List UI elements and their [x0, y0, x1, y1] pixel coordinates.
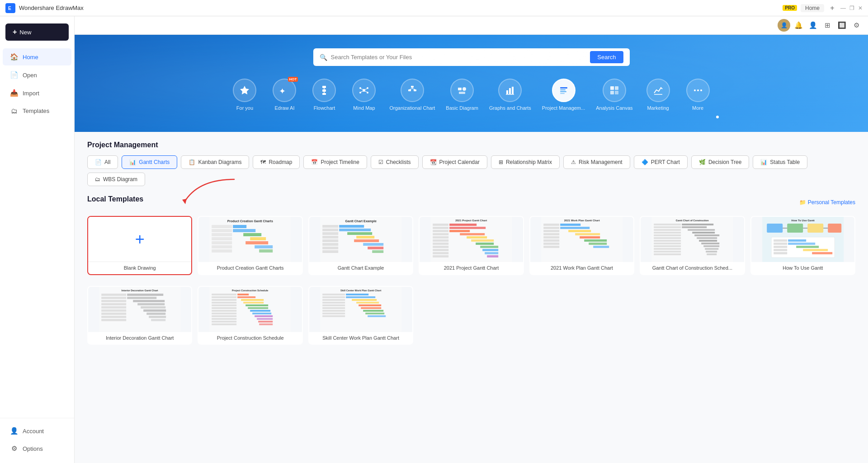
filter-checklists[interactable]: ☑ Checklists [371, 155, 419, 169]
svg-rect-149 [807, 224, 823, 233]
svg-rect-137 [654, 245, 681, 247]
filter-kanban-label: Kanban Diagrams [198, 159, 241, 165]
for-you-icon [233, 79, 256, 102]
sidebar-item-templates[interactable]: 🗂 Templates [3, 103, 71, 119]
svg-rect-208 [259, 321, 273, 323]
notification-button[interactable]: 🔔 [792, 19, 805, 32]
filter-wbs[interactable]: 🗂 WBS Diagram [87, 173, 145, 186]
category-marketing[interactable]: Marketing [640, 77, 676, 113]
filter-roadmap[interactable]: 🗺 Roadmap [253, 155, 300, 169]
user-avatar[interactable]: 👤 [778, 19, 790, 32]
category-mind-map[interactable]: Mind Map [346, 77, 382, 113]
filter-all-icon: 📄 [95, 159, 102, 165]
svg-rect-225 [322, 310, 345, 312]
construction-schedule-thumb: Project Construction Schedule [198, 287, 302, 332]
account-settings-button[interactable]: 👤 [807, 19, 819, 32]
svg-rect-126 [688, 229, 715, 231]
svg-rect-100 [487, 255, 498, 257]
filter-risk[interactable]: ⚠ Risk Management [563, 155, 630, 169]
share-button[interactable]: 🔲 [835, 19, 848, 32]
filter-status-table[interactable]: 📊 Status Table [753, 155, 807, 169]
add-tab-button[interactable]: + [828, 4, 837, 13]
sidebar-item-options[interactable]: ⚙ Options [3, 440, 71, 457]
minimize-button[interactable]: — [840, 5, 846, 11]
graphs-icon [498, 79, 522, 102]
how-to-gantt-thumb: How To Use Gantt [751, 217, 854, 262]
edraw-ai-icon-wrapper: ✦ HOT [273, 79, 296, 102]
filter-pert[interactable]: 🔷 PERT Chart [634, 155, 688, 169]
filter-gantt[interactable]: 📊 Gantt Charts [122, 155, 177, 169]
flowchart-label: Flowchart [314, 105, 335, 111]
svg-rect-25 [459, 92, 465, 94]
template-blank[interactable]: + Blank Drawing [87, 216, 192, 275]
filter-kanban[interactable]: 📋 Kanban Diagrams [181, 155, 249, 169]
personal-templates-link[interactable]: 📁 Personal Templates [799, 199, 855, 206]
how-to-gantt-label: How To Use Gantt [751, 262, 854, 274]
close-button[interactable]: ✕ [858, 5, 863, 11]
svg-rect-118 [593, 246, 609, 248]
svg-rect-184 [151, 319, 165, 321]
maximize-button[interactable]: ❐ [849, 5, 854, 11]
svg-rect-31 [560, 89, 566, 90]
category-basic-diagram[interactable]: Basic Diagram [442, 77, 482, 113]
svg-rect-84 [449, 230, 470, 232]
category-flowchart[interactable]: Flowchart [306, 77, 342, 113]
new-button[interactable]: + New [5, 23, 69, 41]
template-skill-center[interactable]: Skill Center Work Plan Gantt Chart [308, 286, 413, 345]
search-button[interactable]: Search [590, 51, 623, 63]
svg-rect-159 [774, 246, 787, 248]
template-construction-schedule[interactable]: Project Construction Schedule [198, 286, 302, 345]
template-construction-gantt[interactable]: Gantt Chart of Construction [640, 216, 745, 275]
construction-gantt-label: Gantt Chart of Construction Sched... [641, 262, 744, 274]
svg-rect-219 [322, 302, 345, 304]
filter-all[interactable]: 📄 All [87, 155, 118, 169]
svg-rect-133 [654, 240, 681, 242]
category-project-mgmt[interactable]: Project Managem... [538, 77, 589, 113]
filter-risk-icon: ⚠ [571, 159, 576, 165]
local-templates-header: Local Templates 📁 Personal Templates [87, 195, 855, 210]
template-2021-work[interactable]: 2021 Work Plan Gantt Chart [529, 216, 634, 275]
template-2021-project[interactable]: 2021 Project Gantt Chart [419, 216, 524, 275]
open-icon: 📄 [10, 71, 18, 79]
org-chart-icon [401, 79, 424, 102]
svg-rect-162 [803, 249, 828, 251]
category-edraw-ai[interactable]: ✦ HOT Edraw AI [266, 77, 302, 113]
svg-rect-138 [703, 245, 719, 247]
analysis-label: Analysis Canvas [596, 105, 632, 111]
template-interior[interactable]: Interior Decoration Gantt Chart [87, 286, 192, 345]
svg-line-14 [365, 89, 367, 90]
svg-rect-217 [322, 299, 345, 301]
edraw-ai-icon: ✦ [273, 79, 296, 102]
category-graphs[interactable]: Graphs and Charts [486, 77, 535, 113]
filter-roadmap-label: Roadmap [269, 159, 292, 165]
svg-rect-74 [368, 247, 383, 249]
svg-rect-140 [705, 248, 718, 250]
blank-drawing-label: Blank Drawing [88, 262, 191, 274]
search-input[interactable] [331, 54, 587, 61]
category-for-you[interactable]: For you [226, 77, 263, 113]
sidebar-item-home[interactable]: 🏠 Home [3, 48, 71, 65]
template-gantt-example[interactable]: Gantt Chart Example [308, 216, 413, 275]
filter-decision-tree[interactable]: 🌿 Decision Tree [691, 155, 749, 169]
settings-button[interactable]: ⚙ [850, 19, 863, 32]
sidebar-item-account[interactable]: 👤 Account [3, 422, 71, 440]
category-row: For you ✦ HOT Edraw AI [93, 77, 850, 113]
svg-rect-55 [212, 245, 232, 248]
svg-rect-23 [458, 88, 462, 90]
category-analysis[interactable]: Analysis Canvas [592, 77, 636, 113]
apps-button[interactable]: ⊞ [821, 19, 834, 32]
filter-calendar[interactable]: 📆 Project Calendar [422, 155, 487, 169]
template-product-gantt[interactable]: Product Creation Gantt Charts [198, 216, 302, 275]
sidebar-item-import[interactable]: 📥 Import [3, 84, 71, 102]
category-more[interactable]: More [680, 77, 716, 113]
filter-timeline[interactable]: 📅 Project Timeline [303, 155, 367, 169]
svg-rect-131 [654, 237, 681, 239]
template-how-to-gantt[interactable]: How To Use Gantt [750, 216, 855, 275]
filter-relationship[interactable]: ⊞ Relationship Matrix [491, 155, 560, 169]
svg-rect-205 [212, 318, 237, 320]
main-tab[interactable]: Home [801, 4, 824, 12]
svg-rect-17 [411, 86, 414, 88]
sidebar-item-open[interactable]: 📄 Open [3, 66, 71, 84]
template-grid-row2: Interior Decoration Gantt Chart [87, 286, 855, 345]
category-org-chart[interactable]: Organizational Chart [386, 77, 439, 113]
